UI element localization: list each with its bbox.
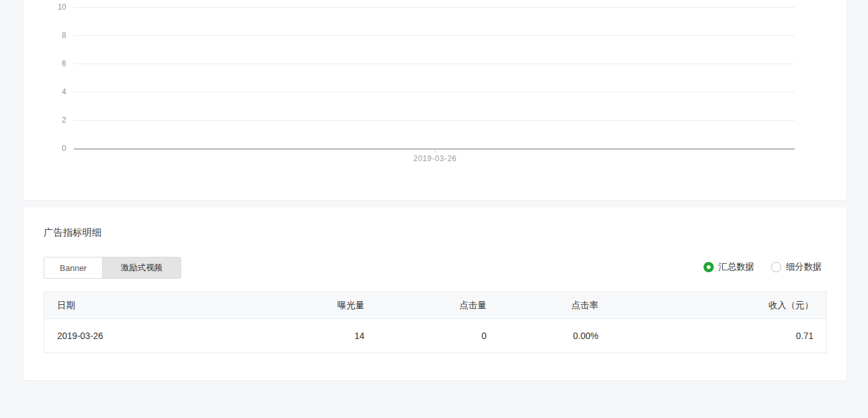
y-axis-tick-label: 0	[34, 144, 66, 152]
trend-chart-card: 0246810 2019-03-26	[24, 0, 846, 200]
cell-date: 2019-03-26	[44, 319, 249, 353]
ad-type-tab-group: Banner 激励式视频	[44, 257, 181, 279]
ad-metrics-detail-card: 广告指标明细 Banner 激励式视频 汇总数据 细分数据 日期 曝光量 点击量…	[24, 207, 846, 380]
y-axis-tick-label: 6	[34, 60, 66, 67]
y-axis-tick-label: 4	[34, 88, 66, 96]
radio-summary-data[interactable]: 汇总数据	[704, 261, 754, 273]
metrics-table: 日期 曝光量 点击量 点击率 收入（元） 2019-03-26 14 0 0.0…	[44, 292, 827, 353]
gridline	[74, 120, 795, 121]
table-header-row: 日期 曝光量 点击量 点击率 收入（元）	[44, 292, 827, 319]
line-chart: 0246810	[24, 0, 846, 200]
cell-revenue: 0.71	[612, 319, 827, 353]
cell-clicks: 0	[377, 319, 499, 353]
column-header-clicks: 点击量	[377, 292, 499, 319]
tab-banner[interactable]: Banner	[44, 257, 102, 278]
column-header-revenue: 收入（元）	[612, 292, 827, 319]
x-axis-line	[74, 148, 795, 150]
column-header-impressions: 曝光量	[249, 292, 378, 319]
gridline	[74, 7, 795, 8]
y-axis-tick-label: 2	[34, 116, 66, 124]
x-axis-tick-label: 2019-03-26	[371, 154, 499, 163]
column-header-date: 日期	[44, 292, 249, 319]
radio-segment-data[interactable]: 细分数据	[771, 261, 822, 273]
cell-ctr: 0.00%	[499, 319, 611, 353]
section-title: 广告指标明细	[44, 227, 102, 239]
radio-label: 细分数据	[786, 261, 822, 273]
y-axis-tick-label: 8	[34, 31, 66, 39]
radio-label: 汇总数据	[718, 261, 754, 273]
y-axis-tick-label: 10	[34, 3, 66, 11]
column-header-ctr: 点击率	[499, 292, 611, 319]
gridline	[74, 35, 795, 36]
tab-rewarded-video[interactable]: 激励式视频	[102, 257, 181, 278]
radio-selected-icon	[704, 262, 714, 272]
cell-impressions: 14	[249, 319, 378, 353]
gridline	[74, 64, 795, 64]
table-row: 2019-03-26 14 0 0.00% 0.71	[44, 319, 827, 353]
gridline	[74, 92, 795, 92]
x-axis-tick	[435, 150, 436, 153]
data-mode-radio-group: 汇总数据 细分数据	[704, 261, 822, 273]
radio-unselected-icon	[771, 262, 781, 272]
